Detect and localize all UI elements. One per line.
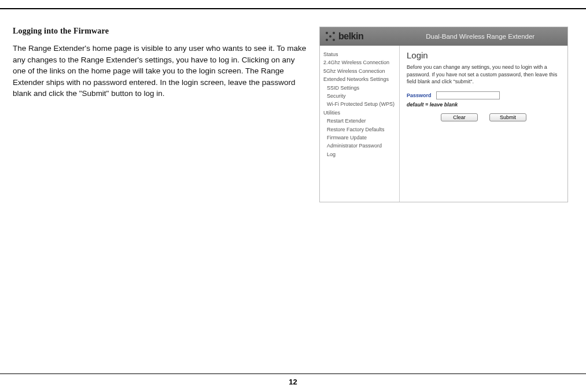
- body-text: The Range Extender's home page is visibl…: [13, 43, 308, 99]
- submit-button[interactable]: Submit: [489, 113, 526, 121]
- brand-text: belkin: [338, 31, 363, 42]
- password-input[interactable]: [436, 91, 500, 99]
- password-label: Password: [407, 93, 432, 98]
- sidebar: Status 2.4Ghz Wireless Connection 5Ghz W…: [320, 46, 400, 202]
- sidebar-item-security[interactable]: Security: [323, 92, 397, 100]
- sidebar-item-ssid[interactable]: SSID Settings: [323, 84, 397, 92]
- main-panel: Login Before you can change any settings…: [400, 46, 567, 202]
- default-note: default = leave blank: [407, 102, 561, 108]
- belkin-dots-icon: [326, 32, 335, 41]
- belkin-logo: belkin: [326, 31, 363, 42]
- router-ui-screenshot: belkin Dual-Band Wireless Range Extender…: [319, 27, 568, 202]
- sidebar-item-5ghz[interactable]: 5Ghz Wireless Connection: [323, 67, 397, 75]
- login-desc: Before you can change any settings, you …: [407, 64, 561, 86]
- sidebar-item-wps[interactable]: Wi-Fi Protected Setup (WPS): [323, 100, 397, 108]
- router-header: belkin Dual-Band Wireless Range Extender: [320, 27, 567, 46]
- sidebar-item-extended[interactable]: Extended Networks Settings: [323, 75, 397, 83]
- section-title: Logging into the Firmware: [13, 27, 308, 36]
- sidebar-item-restart[interactable]: Restart Extender: [323, 117, 397, 125]
- login-title: Login: [407, 50, 561, 60]
- sidebar-item-log[interactable]: Log: [323, 150, 397, 158]
- sidebar-item-status[interactable]: Status: [323, 50, 397, 58]
- sidebar-item-restore[interactable]: Restore Factory Defaults: [323, 125, 397, 134]
- sidebar-item-24ghz[interactable]: 2.4Ghz Wireless Connection: [323, 58, 397, 66]
- page-number: 12: [0, 373, 586, 386]
- sidebar-item-firmware[interactable]: Firmware Update: [323, 134, 397, 142]
- clear-button[interactable]: Clear: [441, 113, 478, 121]
- header-title: Dual-Band Wireless Range Extender: [426, 33, 535, 40]
- sidebar-item-admin-pw[interactable]: Administrator Password: [323, 142, 397, 150]
- sidebar-item-utilities[interactable]: Utilities: [323, 109, 397, 117]
